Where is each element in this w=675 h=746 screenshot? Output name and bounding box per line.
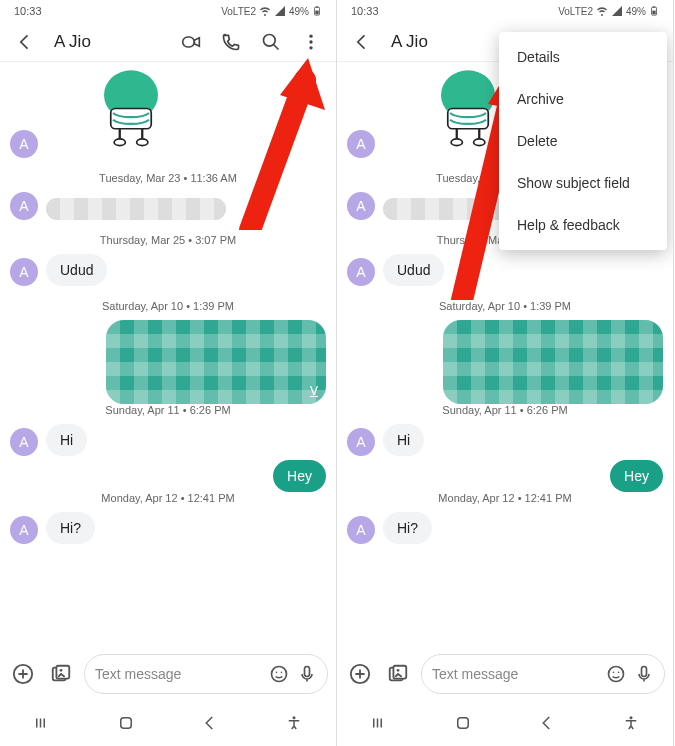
status-time: 10:33 (351, 5, 379, 17)
avatar[interactable]: A (347, 192, 375, 220)
status-time: 10:33 (14, 5, 42, 17)
message-in[interactable]: Hi? (46, 512, 95, 544)
system-nav-bar (0, 700, 336, 746)
accessibility-button[interactable] (285, 714, 303, 732)
status-bar: 10:33 VoLTE2 49% (0, 0, 336, 22)
menu-details[interactable]: Details (499, 36, 667, 78)
avatar[interactable]: A (10, 130, 38, 158)
avatar[interactable]: A (10, 516, 38, 544)
message-row: A Hi (347, 424, 663, 456)
options-menu: Details Archive Delete Show subject fiel… (499, 32, 667, 250)
svg-point-15 (60, 669, 63, 672)
avatar[interactable]: A (347, 130, 375, 158)
message-tail: V (310, 384, 318, 398)
signal-icon (611, 5, 623, 17)
message-in[interactable]: Hi (46, 424, 87, 456)
message-input[interactable]: Text message (421, 654, 665, 694)
message-in[interactable]: Udud (46, 254, 107, 286)
message-in[interactable]: Udud (383, 254, 444, 286)
more-options-button[interactable] (294, 25, 328, 59)
message-in[interactable]: Hi (383, 424, 424, 456)
back-button[interactable] (345, 25, 379, 59)
status-battery: 49% (289, 6, 309, 17)
status-net: VoLTE2 (558, 6, 593, 17)
redacted-message-out[interactable] (443, 320, 663, 404)
back-button[interactable] (8, 25, 42, 59)
accessibility-button[interactable] (622, 714, 640, 732)
menu-archive[interactable]: Archive (499, 78, 667, 120)
svg-point-33 (609, 667, 624, 682)
contact-title[interactable]: A Jio (48, 32, 168, 52)
chat-area[interactable]: A Tuesday, Mar 23 • 11:36 AM A Thursday,… (0, 62, 336, 646)
back-nav-button[interactable] (538, 714, 556, 732)
message-in[interactable]: Hi? (383, 512, 432, 544)
system-nav-bar (337, 700, 673, 746)
svg-point-38 (630, 716, 633, 719)
message-out[interactable]: Hey (273, 460, 326, 492)
sticker-image (86, 68, 176, 158)
svg-point-28 (474, 139, 485, 146)
svg-point-35 (618, 672, 620, 674)
message-row: A Udud (10, 254, 326, 286)
avatar[interactable]: A (10, 258, 38, 286)
avatar[interactable]: A (347, 428, 375, 456)
svg-point-21 (293, 716, 296, 719)
menu-help[interactable]: Help & feedback (499, 204, 667, 246)
status-bar: 10:33 VoLTE2 49% (337, 0, 673, 22)
message-row: A (10, 192, 326, 220)
compose-bar: Text message (337, 648, 673, 700)
svg-point-5 (309, 34, 312, 37)
battery-icon (312, 4, 322, 18)
input-placeholder: Text message (432, 666, 598, 682)
timestamp: Tuesday, Mar 23 • 11:36 AM (10, 172, 326, 184)
menu-delete[interactable]: Delete (499, 120, 667, 162)
svg-point-4 (264, 34, 276, 46)
emoji-icon[interactable] (606, 664, 626, 684)
redacted-message-out[interactable]: V (106, 320, 326, 404)
pane-right: 10:33 VoLTE2 49% A Jio A Tuesday (337, 0, 674, 746)
svg-rect-36 (642, 667, 647, 677)
message-out[interactable]: Hey (610, 460, 663, 492)
video-call-button[interactable] (174, 25, 208, 59)
message-row: A Hi? (10, 512, 326, 544)
wifi-icon (596, 5, 608, 17)
home-button[interactable] (117, 714, 135, 732)
avatar[interactable]: A (10, 192, 38, 220)
avatar[interactable]: A (347, 516, 375, 544)
add-attachment-button[interactable] (345, 659, 375, 689)
status-battery: 49% (626, 6, 646, 17)
svg-point-17 (276, 672, 278, 674)
emoji-icon[interactable] (269, 664, 289, 684)
avatar[interactable]: A (10, 428, 38, 456)
menu-show-subject[interactable]: Show subject field (499, 162, 667, 204)
home-button[interactable] (454, 714, 472, 732)
back-nav-button[interactable] (201, 714, 219, 732)
message-input[interactable]: Text message (84, 654, 328, 694)
recents-button[interactable] (33, 714, 51, 732)
add-attachment-button[interactable] (8, 659, 38, 689)
avatar[interactable]: A (347, 258, 375, 286)
search-button[interactable] (254, 25, 288, 59)
gallery-button[interactable] (383, 659, 413, 689)
status-right: VoLTE2 49% (221, 4, 322, 18)
svg-point-18 (281, 672, 283, 674)
svg-point-27 (451, 139, 462, 146)
timestamp: Thursday, Mar 25 • 3:07 PM (10, 234, 326, 246)
signal-icon (274, 5, 286, 17)
phone-call-button[interactable] (214, 25, 248, 59)
svg-rect-23 (653, 6, 656, 7)
svg-rect-3 (183, 37, 195, 47)
status-right: VoLTE2 49% (558, 4, 659, 18)
input-placeholder: Text message (95, 666, 261, 682)
svg-rect-9 (111, 109, 152, 129)
svg-rect-2 (315, 11, 318, 15)
mic-icon[interactable] (297, 664, 317, 684)
timestamp: Saturday, Apr 10 • 1:39 PM (10, 300, 326, 312)
timestamp: Sunday, Apr 11 • 6:26 PM (347, 404, 663, 416)
mic-icon[interactable] (634, 664, 654, 684)
compose-bar: Text message (0, 648, 336, 700)
recents-button[interactable] (370, 714, 388, 732)
wifi-icon (259, 5, 271, 17)
svg-rect-24 (652, 11, 655, 15)
gallery-button[interactable] (46, 659, 76, 689)
